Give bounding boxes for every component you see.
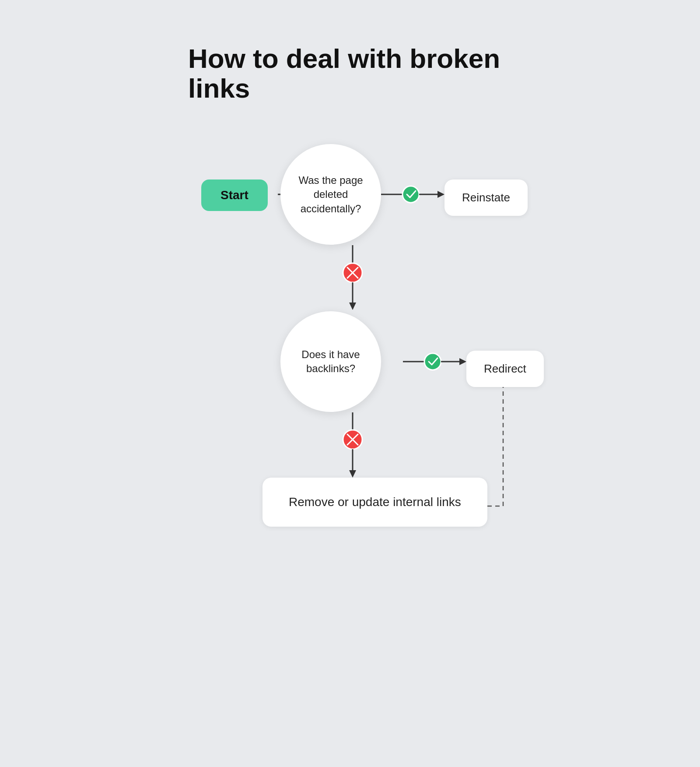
bottom-node: Remove or update internal links [262,478,487,526]
reinstate-node: Reinstate [444,179,528,216]
svg-point-17 [343,430,362,449]
circle1-label: Was the page deleted accidentally? [280,144,381,245]
start-node: Start [201,179,268,211]
redirect-label: Redirect [466,351,544,387]
svg-line-8 [347,267,358,278]
circle2-node: Does it have backlinks? [280,311,381,412]
bottom-label: Remove or update internal links [262,478,487,526]
svg-point-13 [424,353,441,370]
start-label: Start [201,179,268,211]
diagram: Start Was the page deleted accidentally?… [188,130,516,742]
circle2-label: Does it have backlinks? [280,311,381,412]
svg-marker-15 [459,358,466,365]
svg-marker-21 [349,470,356,478]
reinstate-label: Reinstate [444,179,528,216]
svg-line-18 [347,434,358,445]
svg-point-3 [402,186,419,203]
redirect-node: Redirect [466,351,544,387]
svg-marker-5 [438,191,444,198]
page-title: How to deal with broken links [188,44,512,103]
circle1-node: Was the page deleted accidentally? [280,144,381,245]
svg-line-19 [347,434,358,445]
svg-point-7 [343,263,362,282]
svg-line-9 [347,267,358,278]
page-container: How to deal with broken links [153,18,547,767]
svg-marker-11 [349,303,356,310]
